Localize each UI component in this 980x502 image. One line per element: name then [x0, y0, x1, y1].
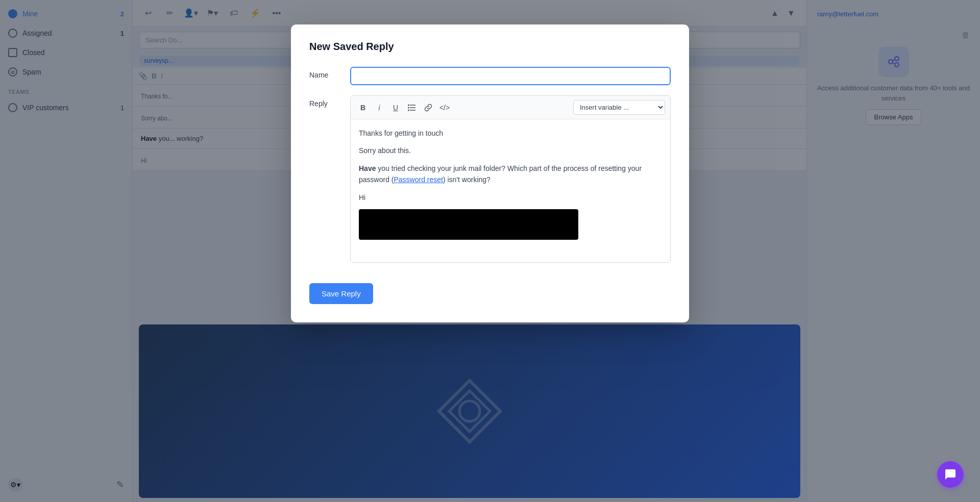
reply-line-3-end: ) isn't working?	[443, 175, 491, 184]
editor-body[interactable]: Thanks for getting in touch Sorry about …	[351, 119, 670, 262]
bold-button[interactable]: B	[356, 101, 370, 115]
modal-overlay[interactable]: New Saved Reply Name Reply B i U	[0, 0, 980, 502]
svg-point-9	[408, 104, 409, 106]
link-button[interactable]	[421, 101, 435, 115]
italic-button[interactable]: i	[372, 101, 386, 115]
reply-label: Reply	[309, 95, 340, 108]
name-input[interactable]	[350, 67, 671, 85]
blacked-out-area	[359, 209, 578, 240]
list-icon	[408, 104, 416, 111]
reply-editor: B i U	[350, 95, 671, 263]
reply-line-2: Sorry about this.	[359, 145, 662, 156]
reply-line-1: Thanks for getting in touch	[359, 128, 662, 139]
svg-point-10	[408, 107, 409, 108]
new-saved-reply-modal: New Saved Reply Name Reply B i U	[291, 24, 689, 322]
name-label: Name	[309, 67, 340, 79]
reply-bold-word: Have	[359, 164, 376, 172]
modal-title: New Saved Reply	[309, 41, 671, 53]
code-button[interactable]: </>	[437, 101, 452, 115]
editor-toolbar: B i U	[351, 96, 670, 119]
svg-point-11	[408, 109, 409, 111]
reply-row: Reply B i U	[309, 95, 671, 263]
reply-line-4: Hi	[359, 192, 662, 203]
reply-link-text: Password reset	[394, 175, 443, 184]
chat-icon	[944, 468, 957, 481]
reply-line-3: Have you tried checking your junk mail f…	[359, 163, 662, 186]
link-icon	[424, 104, 432, 112]
save-reply-button[interactable]: Save Reply	[309, 283, 373, 304]
chat-bubble-button[interactable]	[937, 461, 964, 488]
list-button[interactable]	[405, 101, 419, 115]
underline-button[interactable]: U	[388, 101, 403, 115]
variable-select[interactable]: Insert variable ... First name Last name…	[573, 100, 665, 115]
name-row: Name	[309, 67, 671, 85]
